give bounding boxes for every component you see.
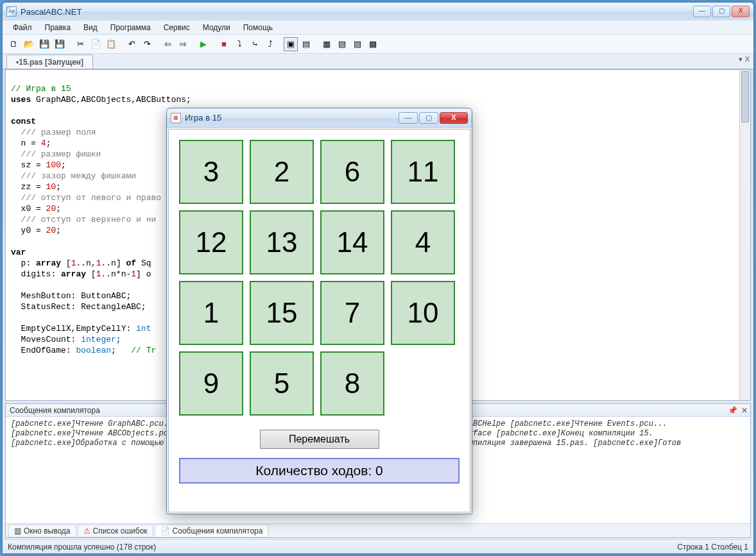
format1-icon[interactable]: ▦ bbox=[320, 37, 334, 51]
tile-6[interactable]: 6 bbox=[320, 140, 384, 204]
tab-strip: •15.pas [Запущен] ▾ X bbox=[3, 54, 753, 69]
tile-12[interactable]: 12 bbox=[179, 210, 243, 274]
tile-15[interactable]: 15 bbox=[250, 281, 314, 345]
code-text: ..n] bbox=[101, 258, 126, 268]
tab-output[interactable]: ▥Окно вывода bbox=[8, 525, 76, 537]
ide-titlebar[interactable]: AB PascalABC.NET — ▢ X bbox=[3, 3, 753, 21]
code-text: MeshButton: ButtonABC; bbox=[11, 291, 131, 301]
code-comment: /// размер поля bbox=[11, 128, 96, 137]
menu-view[interactable]: Вид bbox=[78, 22, 103, 33]
menu-program[interactable]: Программа bbox=[105, 22, 156, 33]
shuffle-button[interactable]: Перемешать bbox=[260, 430, 379, 449]
new-file-icon[interactable]: 🗋 bbox=[6, 37, 21, 51]
code-text: x0 = bbox=[11, 204, 46, 214]
moves-status: Количество ходов: 0 bbox=[179, 458, 460, 484]
nav-forward-icon[interactable]: ⇨ bbox=[176, 37, 190, 51]
format3-icon[interactable]: ▨ bbox=[350, 37, 365, 51]
save-all-icon[interactable]: 💾 bbox=[53, 37, 67, 51]
stop-icon[interactable]: ■ bbox=[217, 37, 231, 51]
save-icon[interactable]: 💾 bbox=[37, 37, 51, 51]
tile-2[interactable]: 2 bbox=[250, 140, 314, 204]
tile-10[interactable]: 10 bbox=[391, 281, 455, 345]
code-keyword: array bbox=[36, 258, 61, 268]
paste-icon[interactable]: 📋 bbox=[104, 37, 118, 51]
tile-13[interactable]: 13 bbox=[250, 210, 314, 274]
code-text: EndOfGame: bbox=[11, 346, 76, 355]
status-left: Компиляция прошла успешно (178 строк) bbox=[8, 543, 156, 552]
cut-icon[interactable]: ✂ bbox=[73, 37, 87, 51]
code-text: ..n*n- bbox=[101, 269, 131, 279]
step-out-icon[interactable]: ⤴ bbox=[263, 37, 277, 51]
format4-icon[interactable]: ▩ bbox=[366, 37, 380, 51]
statusbar: Компиляция прошла успешно (178 строк) Ст… bbox=[3, 539, 753, 553]
code-keyword: var bbox=[11, 248, 26, 257]
menu-modules[interactable]: Модули bbox=[198, 22, 236, 33]
tab-close-icon[interactable]: X bbox=[745, 55, 750, 63]
code-text: ; bbox=[46, 139, 51, 148]
code-type: boolean bbox=[76, 346, 111, 355]
window-controls: — ▢ X bbox=[693, 6, 750, 17]
code-line: // Игра в 15 bbox=[11, 84, 71, 94]
step-into-icon[interactable]: ⤷ bbox=[248, 37, 262, 51]
code-text: ; bbox=[116, 335, 121, 344]
tab-dropdown-icon[interactable]: ▾ bbox=[739, 55, 743, 63]
tile-11[interactable]: 11 bbox=[391, 140, 455, 204]
game-maximize-button[interactable]: ▢ bbox=[419, 112, 438, 124]
tile-4[interactable]: 4 bbox=[391, 210, 455, 274]
code-text: ; bbox=[56, 226, 61, 235]
editor-scrollbar[interactable] bbox=[739, 70, 750, 400]
menu-help[interactable]: Помощь bbox=[238, 22, 278, 33]
code-comment: /// отступ от верхнего и ни bbox=[11, 215, 156, 224]
toolbar: 🗋 📂 💾 💾 ✂ 📄 📋 ↶ ↷ ⇦ ⇨ ▶ ■ ⤵ ⤷ ⤴ ▣ ▤ ▦ ▧ … bbox=[3, 35, 753, 54]
tile-7[interactable]: 7 bbox=[320, 281, 384, 345]
code-keyword: uses bbox=[11, 95, 31, 105]
tile-5[interactable]: 5 bbox=[250, 351, 314, 416]
game-titlebar[interactable]: ▦ Игра в 15 — ▢ X bbox=[167, 108, 472, 128]
tab-errors[interactable]: ⚠Список ошибок bbox=[78, 525, 153, 537]
game-app-icon: ▦ bbox=[171, 113, 181, 123]
code-comment: // Tr bbox=[131, 346, 156, 355]
toggle-panel-icon[interactable]: ▣ bbox=[284, 37, 298, 51]
tile-9[interactable]: 9 bbox=[179, 351, 243, 416]
code-text: [ bbox=[86, 269, 96, 279]
copy-icon[interactable]: 📄 bbox=[89, 37, 103, 51]
minimize-button[interactable]: — bbox=[693, 6, 711, 17]
pin-icon[interactable]: 📌 bbox=[728, 406, 737, 415]
open-file-icon[interactable]: 📂 bbox=[22, 37, 36, 51]
code-keyword: const bbox=[11, 117, 36, 126]
code-comment: /// отступ от левого и право bbox=[11, 193, 161, 203]
tile-14[interactable]: 14 bbox=[320, 210, 384, 274]
game-window[interactable]: ▦ Игра в 15 — ▢ X 326111213144115710958 … bbox=[166, 108, 472, 514]
code-num: 10 bbox=[46, 182, 56, 192]
tile-8[interactable]: 8 bbox=[320, 351, 384, 416]
close-button[interactable]: X bbox=[732, 6, 750, 17]
redo-icon[interactable]: ↷ bbox=[140, 37, 154, 51]
game-minimize-button[interactable]: — bbox=[399, 112, 418, 124]
menubar: Файл Правка Вид Программа Сервис Модули … bbox=[3, 21, 753, 35]
code-text: MovesCount: bbox=[11, 335, 81, 344]
code-keyword: array bbox=[61, 269, 86, 279]
menu-service[interactable]: Сервис bbox=[159, 22, 195, 33]
code-text: sz = bbox=[11, 160, 46, 170]
run-icon[interactable]: ▶ bbox=[196, 37, 210, 51]
menu-edit[interactable]: Правка bbox=[40, 22, 76, 33]
tile-3[interactable]: 3 bbox=[179, 140, 243, 204]
tab-compiler[interactable]: 📄Сообщения компилятора bbox=[155, 525, 269, 537]
undo-icon[interactable]: ↶ bbox=[125, 37, 139, 51]
format2-icon[interactable]: ▧ bbox=[335, 37, 349, 51]
maximize-button[interactable]: ▢ bbox=[712, 6, 730, 17]
panel2-icon[interactable]: ▤ bbox=[299, 37, 313, 51]
game-close-button[interactable]: X bbox=[440, 112, 468, 124]
status-right: Строка 1 Столбец 1 bbox=[677, 543, 748, 552]
game-title: Игра в 15 bbox=[185, 113, 221, 122]
nav-back-icon[interactable]: ⇦ bbox=[160, 37, 175, 51]
step-over-icon[interactable]: ⤵ bbox=[232, 37, 246, 51]
tile-1[interactable]: 1 bbox=[179, 281, 243, 345]
code-text: y0 = bbox=[11, 226, 46, 235]
menu-file[interactable]: Файл bbox=[8, 22, 37, 33]
panel-close-icon[interactable]: ✕ bbox=[741, 406, 748, 415]
file-tab[interactable]: •15.pas [Запущен] bbox=[6, 55, 93, 69]
code-num: 20 bbox=[46, 204, 56, 214]
code-num: 4 bbox=[41, 139, 46, 148]
code-text: ..n, bbox=[76, 258, 96, 268]
